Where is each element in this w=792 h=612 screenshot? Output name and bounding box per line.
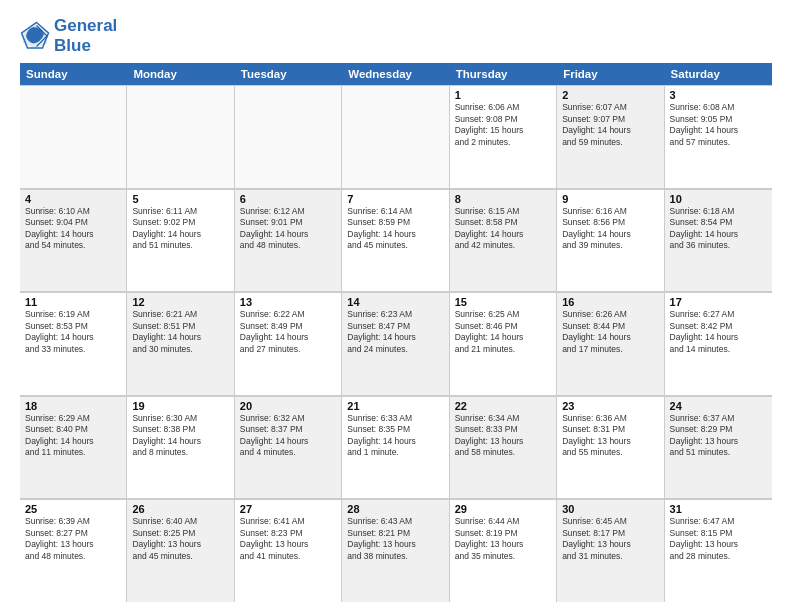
day-number: 18: [25, 400, 121, 412]
calendar-header-day: Sunday: [20, 63, 127, 85]
calendar-cell: 11Sunrise: 6:19 AM Sunset: 8:53 PM Dayli…: [20, 292, 127, 395]
day-info: Sunrise: 6:39 AM Sunset: 8:27 PM Dayligh…: [25, 516, 121, 562]
day-number: 2: [562, 89, 658, 101]
day-number: 3: [670, 89, 767, 101]
calendar-header-day: Tuesday: [235, 63, 342, 85]
day-number: 14: [347, 296, 443, 308]
calendar-week-row: 4Sunrise: 6:10 AM Sunset: 9:04 PM Daylig…: [20, 189, 772, 293]
day-number: 17: [670, 296, 767, 308]
day-number: 8: [455, 193, 551, 205]
day-number: 26: [132, 503, 228, 515]
day-info: Sunrise: 6:33 AM Sunset: 8:35 PM Dayligh…: [347, 413, 443, 459]
calendar-cell: 10Sunrise: 6:18 AM Sunset: 8:54 PM Dayli…: [665, 189, 772, 292]
calendar-cell: 19Sunrise: 6:30 AM Sunset: 8:38 PM Dayli…: [127, 396, 234, 499]
day-info: Sunrise: 6:41 AM Sunset: 8:23 PM Dayligh…: [240, 516, 336, 562]
day-number: 1: [455, 89, 551, 101]
day-number: 31: [670, 503, 767, 515]
calendar-cell: [127, 85, 234, 188]
day-info: Sunrise: 6:21 AM Sunset: 8:51 PM Dayligh…: [132, 309, 228, 355]
day-number: 21: [347, 400, 443, 412]
day-number: 25: [25, 503, 121, 515]
day-info: Sunrise: 6:06 AM Sunset: 9:08 PM Dayligh…: [455, 102, 551, 148]
calendar-cell: 30Sunrise: 6:45 AM Sunset: 8:17 PM Dayli…: [557, 499, 664, 602]
day-info: Sunrise: 6:34 AM Sunset: 8:33 PM Dayligh…: [455, 413, 551, 459]
calendar-body: 1Sunrise: 6:06 AM Sunset: 9:08 PM Daylig…: [20, 85, 772, 602]
day-info: Sunrise: 6:47 AM Sunset: 8:15 PM Dayligh…: [670, 516, 767, 562]
day-info: Sunrise: 6:36 AM Sunset: 8:31 PM Dayligh…: [562, 413, 658, 459]
calendar-cell: 26Sunrise: 6:40 AM Sunset: 8:25 PM Dayli…: [127, 499, 234, 602]
calendar-cell: 28Sunrise: 6:43 AM Sunset: 8:21 PM Dayli…: [342, 499, 449, 602]
day-number: 7: [347, 193, 443, 205]
day-number: 5: [132, 193, 228, 205]
calendar-cell: 7Sunrise: 6:14 AM Sunset: 8:59 PM Daylig…: [342, 189, 449, 292]
calendar-cell: 1Sunrise: 6:06 AM Sunset: 9:08 PM Daylig…: [450, 85, 557, 188]
calendar-cell: 13Sunrise: 6:22 AM Sunset: 8:49 PM Dayli…: [235, 292, 342, 395]
day-number: 29: [455, 503, 551, 515]
day-info: Sunrise: 6:16 AM Sunset: 8:56 PM Dayligh…: [562, 206, 658, 252]
calendar-week-row: 25Sunrise: 6:39 AM Sunset: 8:27 PM Dayli…: [20, 499, 772, 602]
day-info: Sunrise: 6:25 AM Sunset: 8:46 PM Dayligh…: [455, 309, 551, 355]
day-number: 23: [562, 400, 658, 412]
logo-icon: [20, 21, 50, 51]
calendar-cell: 20Sunrise: 6:32 AM Sunset: 8:37 PM Dayli…: [235, 396, 342, 499]
calendar-cell: 3Sunrise: 6:08 AM Sunset: 9:05 PM Daylig…: [665, 85, 772, 188]
calendar-week-row: 1Sunrise: 6:06 AM Sunset: 9:08 PM Daylig…: [20, 85, 772, 189]
calendar-cell: 14Sunrise: 6:23 AM Sunset: 8:47 PM Dayli…: [342, 292, 449, 395]
day-info: Sunrise: 6:45 AM Sunset: 8:17 PM Dayligh…: [562, 516, 658, 562]
day-number: 15: [455, 296, 551, 308]
calendar-header-day: Monday: [127, 63, 234, 85]
day-number: 24: [670, 400, 767, 412]
calendar-cell: 8Sunrise: 6:15 AM Sunset: 8:58 PM Daylig…: [450, 189, 557, 292]
calendar-header-day: Thursday: [450, 63, 557, 85]
calendar-header-day: Saturday: [665, 63, 772, 85]
day-info: Sunrise: 6:37 AM Sunset: 8:29 PM Dayligh…: [670, 413, 767, 459]
day-info: Sunrise: 6:23 AM Sunset: 8:47 PM Dayligh…: [347, 309, 443, 355]
day-info: Sunrise: 6:19 AM Sunset: 8:53 PM Dayligh…: [25, 309, 121, 355]
day-info: Sunrise: 6:15 AM Sunset: 8:58 PM Dayligh…: [455, 206, 551, 252]
calendar-cell: 22Sunrise: 6:34 AM Sunset: 8:33 PM Dayli…: [450, 396, 557, 499]
calendar-cell: 24Sunrise: 6:37 AM Sunset: 8:29 PM Dayli…: [665, 396, 772, 499]
calendar-header-day: Wednesday: [342, 63, 449, 85]
logo-text: General Blue: [54, 16, 117, 55]
day-info: Sunrise: 6:07 AM Sunset: 9:07 PM Dayligh…: [562, 102, 658, 148]
day-info: Sunrise: 6:29 AM Sunset: 8:40 PM Dayligh…: [25, 413, 121, 459]
calendar-cell: 18Sunrise: 6:29 AM Sunset: 8:40 PM Dayli…: [20, 396, 127, 499]
logo: General Blue: [20, 16, 117, 55]
day-number: 16: [562, 296, 658, 308]
day-info: Sunrise: 6:18 AM Sunset: 8:54 PM Dayligh…: [670, 206, 767, 252]
calendar-week-row: 18Sunrise: 6:29 AM Sunset: 8:40 PM Dayli…: [20, 396, 772, 500]
day-info: Sunrise: 6:32 AM Sunset: 8:37 PM Dayligh…: [240, 413, 336, 459]
day-info: Sunrise: 6:14 AM Sunset: 8:59 PM Dayligh…: [347, 206, 443, 252]
day-number: 12: [132, 296, 228, 308]
day-info: Sunrise: 6:08 AM Sunset: 9:05 PM Dayligh…: [670, 102, 767, 148]
calendar-cell: 4Sunrise: 6:10 AM Sunset: 9:04 PM Daylig…: [20, 189, 127, 292]
day-info: Sunrise: 6:27 AM Sunset: 8:42 PM Dayligh…: [670, 309, 767, 355]
day-number: 11: [25, 296, 121, 308]
calendar: SundayMondayTuesdayWednesdayThursdayFrid…: [20, 63, 772, 602]
calendar-cell: 23Sunrise: 6:36 AM Sunset: 8:31 PM Dayli…: [557, 396, 664, 499]
calendar-week-row: 11Sunrise: 6:19 AM Sunset: 8:53 PM Dayli…: [20, 292, 772, 396]
calendar-cell: [342, 85, 449, 188]
day-info: Sunrise: 6:22 AM Sunset: 8:49 PM Dayligh…: [240, 309, 336, 355]
calendar-header-day: Friday: [557, 63, 664, 85]
day-number: 30: [562, 503, 658, 515]
day-number: 27: [240, 503, 336, 515]
day-number: 19: [132, 400, 228, 412]
calendar-cell: 29Sunrise: 6:44 AM Sunset: 8:19 PM Dayli…: [450, 499, 557, 602]
calendar-cell: 25Sunrise: 6:39 AM Sunset: 8:27 PM Dayli…: [20, 499, 127, 602]
page: General Blue SundayMondayTuesdayWednesda…: [0, 0, 792, 612]
calendar-cell: 12Sunrise: 6:21 AM Sunset: 8:51 PM Dayli…: [127, 292, 234, 395]
day-info: Sunrise: 6:26 AM Sunset: 8:44 PM Dayligh…: [562, 309, 658, 355]
header: General Blue: [20, 16, 772, 55]
calendar-cell: 15Sunrise: 6:25 AM Sunset: 8:46 PM Dayli…: [450, 292, 557, 395]
day-info: Sunrise: 6:43 AM Sunset: 8:21 PM Dayligh…: [347, 516, 443, 562]
calendar-cell: 9Sunrise: 6:16 AM Sunset: 8:56 PM Daylig…: [557, 189, 664, 292]
day-number: 20: [240, 400, 336, 412]
day-number: 22: [455, 400, 551, 412]
calendar-cell: 31Sunrise: 6:47 AM Sunset: 8:15 PM Dayli…: [665, 499, 772, 602]
day-info: Sunrise: 6:44 AM Sunset: 8:19 PM Dayligh…: [455, 516, 551, 562]
calendar-cell: 16Sunrise: 6:26 AM Sunset: 8:44 PM Dayli…: [557, 292, 664, 395]
calendar-cell: [20, 85, 127, 188]
calendar-cell: 27Sunrise: 6:41 AM Sunset: 8:23 PM Dayli…: [235, 499, 342, 602]
day-number: 10: [670, 193, 767, 205]
